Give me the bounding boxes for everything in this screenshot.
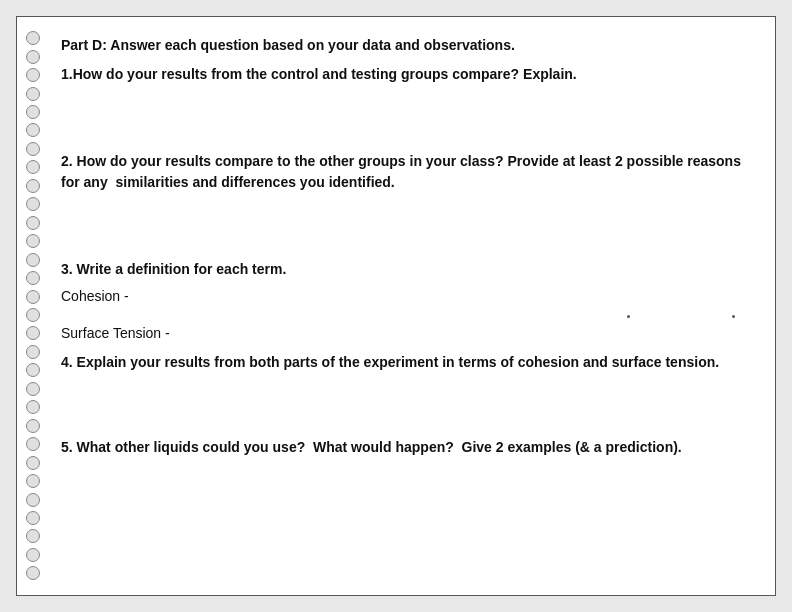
spiral-hole (26, 197, 40, 211)
question-2: 2. How do your results compare to the ot… (61, 151, 747, 251)
spiral-hole (26, 253, 40, 267)
spiral-hole (26, 68, 40, 82)
surface-tension-term: Surface Tension - (61, 323, 747, 344)
spiral-hole (26, 234, 40, 248)
question-2-bold: 2. How do your results compare to the ot… (61, 153, 741, 190)
spiral-hole (26, 160, 40, 174)
spiral-hole (26, 382, 40, 396)
spiral-hole (26, 400, 40, 414)
question-5-bold: 5. What other liquids could you use? Wha… (61, 439, 682, 455)
spiral-hole (26, 50, 40, 64)
question-1-bold: 1.How do your results from the control a… (61, 66, 577, 82)
spiral-hole (26, 529, 40, 543)
cohesion-answer-space (61, 311, 747, 323)
spiral-hole (26, 142, 40, 156)
spiral-hole (26, 474, 40, 488)
spiral-hole (26, 437, 40, 451)
question-4-answer-space (61, 379, 747, 429)
question-4-text: 4. Explain your results from both parts … (61, 352, 747, 373)
question-4: 4. Explain your results from both parts … (61, 352, 747, 429)
part-d-header: Part D: Answer each question based on yo… (61, 35, 747, 56)
worksheet-content: Part D: Answer each question based on yo… (61, 35, 747, 500)
spiral-hole (26, 87, 40, 101)
spiral-hole (26, 271, 40, 285)
dot-decoration-2 (732, 315, 735, 318)
question-1-answer-space (61, 91, 747, 143)
question-1-text: 1.How do your results from the control a… (61, 64, 747, 85)
spiral-hole (26, 548, 40, 562)
spiral-hole (26, 419, 40, 433)
question-3-bold: 3. Write a definition for each term. (61, 261, 286, 277)
question-2-answer-space (61, 199, 747, 251)
spiral-hole (26, 290, 40, 304)
spiral-hole (26, 105, 40, 119)
spiral-hole (26, 31, 40, 45)
spiral-hole (26, 123, 40, 137)
worksheet-page: Part D: Answer each question based on yo… (16, 16, 776, 596)
question-4-bold: 4. Explain your results from both parts … (61, 354, 719, 370)
question-2-text: 2. How do your results compare to the ot… (61, 151, 747, 193)
question-1: 1.How do your results from the control a… (61, 64, 747, 143)
spiral-hole (26, 363, 40, 377)
cohesion-term: Cohesion - (61, 286, 747, 307)
spiral-hole (26, 345, 40, 359)
question-3: 3. Write a definition for each term. Coh… (61, 259, 747, 344)
spiral-hole (26, 511, 40, 525)
spiral-hole (26, 326, 40, 340)
spiral-hole (26, 179, 40, 193)
question-5-answer-space (61, 464, 747, 500)
question-5-text: 5. What other liquids could you use? Wha… (61, 437, 747, 458)
spiral-hole (26, 308, 40, 322)
question-3-text: 3. Write a definition for each term. (61, 259, 747, 280)
spiral-hole (26, 216, 40, 230)
spiral-binding (17, 17, 49, 595)
question-5: 5. What other liquids could you use? Wha… (61, 437, 747, 500)
spiral-hole (26, 456, 40, 470)
spiral-hole (26, 566, 40, 580)
dot-decoration (627, 315, 630, 318)
spiral-hole (26, 493, 40, 507)
